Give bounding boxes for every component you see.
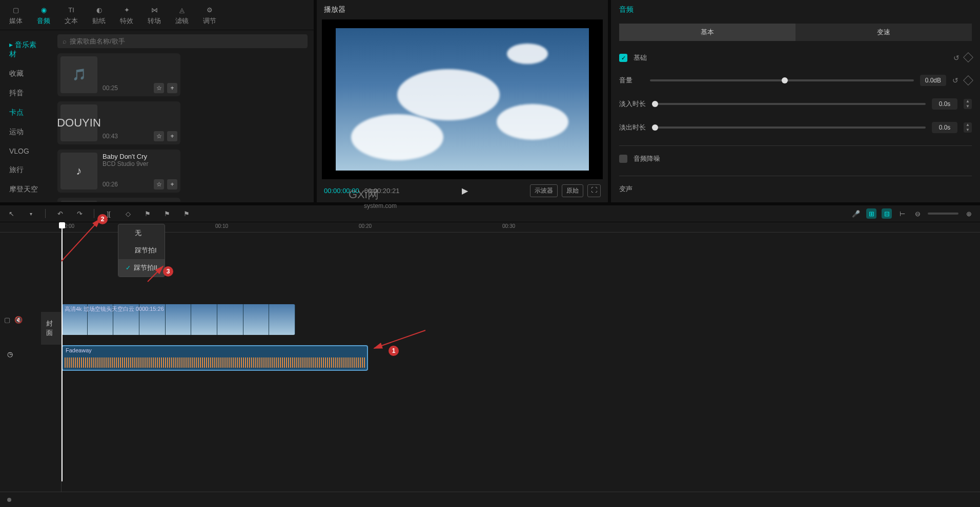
mute-toggle-icon[interactable]: 🔇 bbox=[14, 316, 23, 324]
inspector-tab-basic[interactable]: 基本 bbox=[619, 24, 795, 41]
beat-track-icon[interactable]: ◷ bbox=[7, 350, 13, 358]
sidebar-item-music-library[interactable]: ▸ 音乐素材 bbox=[0, 35, 51, 64]
player-viewport[interactable] bbox=[322, 19, 603, 179]
reset-icon[interactable]: ↺ bbox=[953, 54, 959, 62]
preview-toggle-icon[interactable]: ▢ bbox=[4, 316, 10, 324]
oscilloscope-button[interactable]: 示波器 bbox=[530, 184, 558, 197]
tab-text[interactable]: TI文本 bbox=[65, 4, 78, 26]
add-icon[interactable]: + bbox=[167, 179, 177, 189]
fadein-value[interactable]: 0.0s bbox=[932, 98, 957, 110]
fadeout-spinner[interactable]: ▲▼ bbox=[964, 122, 972, 133]
denoise-checkbox[interactable]: ✓ bbox=[619, 155, 627, 163]
music-duration: 00:26 bbox=[103, 181, 118, 188]
music-card[interactable]: DOUYIN00:43☆+ bbox=[57, 101, 180, 144]
audio-clip[interactable]: Fadeaway bbox=[62, 345, 368, 371]
keyframe-icon[interactable] bbox=[963, 52, 973, 62]
adjust-icon: ⚙ bbox=[204, 4, 215, 15]
tab-effects[interactable]: ✦特效 bbox=[120, 4, 133, 26]
play-button[interactable]: ▶ bbox=[462, 186, 468, 196]
favorite-icon[interactable]: ☆ bbox=[154, 179, 164, 189]
music-thumbnail: DOUYIN bbox=[60, 104, 97, 141]
zoom-in-button[interactable]: ⊕ bbox=[964, 208, 974, 219]
tab-adjust[interactable]: ⚙调节 bbox=[203, 4, 216, 26]
fadeout-value[interactable]: 0.0s bbox=[932, 122, 957, 133]
beat-tool[interactable]: ◇ bbox=[123, 208, 133, 219]
dropdown-opt-none[interactable]: 无 bbox=[118, 224, 165, 242]
tab-audio[interactable]: ◉音频 bbox=[37, 4, 50, 26]
fadeout-slider[interactable] bbox=[652, 126, 926, 129]
music-duration: 00:43 bbox=[103, 133, 118, 140]
music-thumbnail: 🎵 bbox=[60, 56, 97, 93]
voicechange-label: 变声 bbox=[619, 184, 644, 194]
sidebar-item-travel[interactable]: 旅行 bbox=[0, 160, 51, 180]
playhead[interactable] bbox=[62, 225, 63, 481]
sidebar-item-modern-sky[interactable]: 摩登天空 bbox=[0, 180, 51, 199]
tab-media[interactable]: ▢媒体 bbox=[9, 4, 23, 26]
basic-checkbox[interactable]: ✓ bbox=[619, 54, 627, 62]
check-icon: ✓ bbox=[126, 264, 131, 271]
video-clip-label: 高清4k 过场空镜头天空白云 0000:15:26 bbox=[65, 305, 164, 313]
fullscreen-button[interactable]: ⛶ bbox=[587, 184, 601, 197]
fadein-slider[interactable] bbox=[652, 103, 926, 105]
original-button[interactable]: 原始 bbox=[562, 184, 583, 197]
volume-keyframe-icon[interactable] bbox=[963, 75, 973, 86]
sidebar-item-food[interactable]: 美食 bbox=[0, 199, 51, 202]
sidebar-item-vlog[interactable]: VLOG bbox=[0, 142, 51, 160]
link-tool[interactable]: ⊟ bbox=[882, 208, 892, 219]
tab-transition[interactable]: ⋈转场 bbox=[148, 4, 161, 26]
inspector-tab-speed[interactable]: 变速 bbox=[795, 24, 972, 41]
audio-clip-label: Fadeaway bbox=[66, 347, 92, 353]
cover-button[interactable]: 封面 bbox=[41, 312, 61, 345]
undo-button[interactable]: ↶ bbox=[55, 208, 65, 219]
dropdown-opt-beat2[interactable]: ✓踩节拍II bbox=[118, 259, 165, 277]
sidebar-item-sport[interactable]: 运动 bbox=[0, 122, 51, 142]
tab-filter[interactable]: ◬滤镜 bbox=[175, 4, 189, 26]
transition-icon: ⋈ bbox=[149, 4, 160, 15]
music-thumbnail: ♪ bbox=[60, 201, 97, 202]
redo-button[interactable]: ↷ bbox=[74, 208, 85, 219]
timeline-toolbar: ↖ ▾ ↶ ↷ ][ ◇ ⚑ ⚑ ⚑ 🎤 ⊞ ⊟ ⊢ ⊖ ⊕ bbox=[0, 205, 980, 222]
favorite-icon[interactable]: ☆ bbox=[154, 83, 164, 93]
volume-slider[interactable] bbox=[650, 79, 914, 81]
audio-waveform bbox=[65, 357, 365, 368]
cursor-tool[interactable]: ↖ bbox=[6, 208, 16, 219]
fadein-label: 淡入时长 bbox=[619, 99, 646, 109]
favorite-icon[interactable]: ☆ bbox=[154, 131, 164, 141]
audio-icon: ◉ bbox=[38, 4, 49, 15]
sidebar-item-kadian[interactable]: 卡点 bbox=[0, 103, 51, 122]
mic-tool[interactable]: 🎤 bbox=[851, 208, 861, 219]
annotation-marker-3: 3 bbox=[163, 266, 173, 277]
music-card[interactable]: ♪Baby Don't CryBCD Studio 9ver00:26☆+ bbox=[57, 150, 180, 193]
text-icon: TI bbox=[66, 4, 77, 15]
tab-sticker[interactable]: ◐贴纸 bbox=[92, 4, 106, 26]
music-title: Baby Don't Cry bbox=[103, 153, 177, 160]
volume-label: 音量 bbox=[619, 76, 644, 85]
music-artist: BCD Studio 9ver bbox=[103, 160, 177, 167]
volume-reset-icon[interactable]: ↺ bbox=[952, 76, 958, 84]
annotation-marker-2: 2 bbox=[97, 214, 108, 224]
magnet-tool[interactable]: ⊞ bbox=[866, 208, 876, 219]
add-icon[interactable]: + bbox=[167, 131, 177, 141]
marker-tool-3[interactable]: ⚑ bbox=[181, 208, 192, 219]
fadein-spinner[interactable]: ▲▼ bbox=[964, 99, 972, 109]
search-icon: ⌕ bbox=[63, 37, 67, 45]
search-bar[interactable]: ⌕ bbox=[57, 34, 308, 48]
cursor-dropdown[interactable]: ▾ bbox=[26, 208, 36, 219]
dropdown-opt-beat1[interactable]: 踩节拍I bbox=[118, 242, 165, 259]
zoom-slider[interactable] bbox=[928, 213, 958, 215]
align-tool[interactable]: ⊢ bbox=[897, 208, 907, 219]
search-input[interactable] bbox=[70, 37, 302, 45]
music-card[interactable]: ♪FadeawayTikTok00:21☆+ bbox=[57, 198, 180, 202]
sidebar-item-favorites[interactable]: 收藏 bbox=[0, 64, 51, 83]
music-thumbnail: ♪ bbox=[60, 153, 97, 189]
media-panel: ▢媒体 ◉音频 TI文本 ◐贴纸 ✦特效 ⋈转场 ◬滤镜 ⚙调节 ▸ 音乐素材 … bbox=[0, 0, 314, 202]
zoom-out-button[interactable]: ⊖ bbox=[912, 208, 923, 219]
volume-value[interactable]: 0.0dB bbox=[920, 75, 946, 86]
sidebar-item-douyin[interactable]: 抖音 bbox=[0, 83, 51, 103]
video-clip[interactable]: 高清4k 过场空镜头天空白云 0000:15:26 bbox=[62, 304, 295, 335]
music-card[interactable]: 🎵00:25☆+ bbox=[57, 53, 180, 96]
sticker-icon: ◐ bbox=[93, 4, 105, 15]
add-icon[interactable]: + bbox=[167, 83, 177, 93]
marker-tool-2[interactable]: ⚑ bbox=[162, 208, 172, 219]
marker-tool-1[interactable]: ⚑ bbox=[142, 208, 153, 219]
